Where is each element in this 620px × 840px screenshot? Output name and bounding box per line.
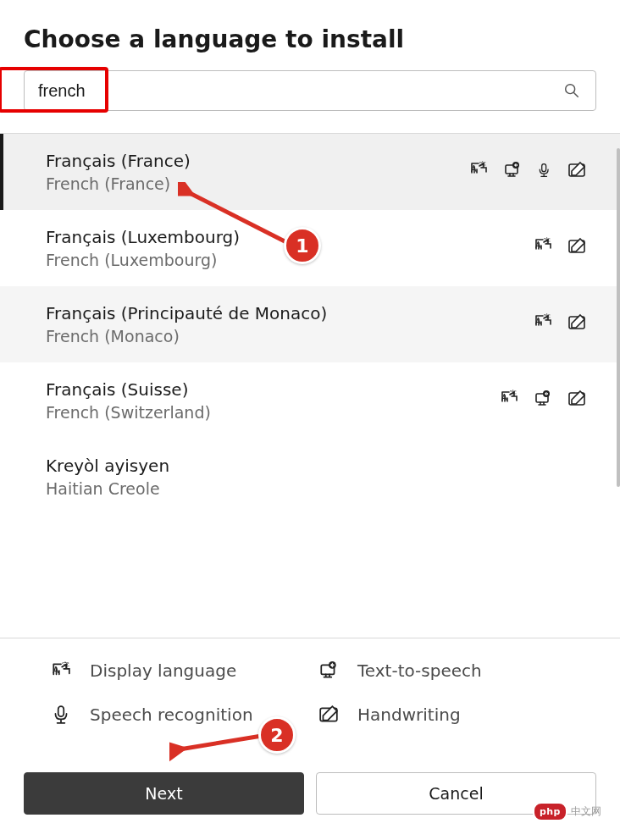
dialog-buttons: Next Cancel — [0, 772, 620, 840]
language-item-text: Français (Suisse)French (Switzerland) — [46, 379, 211, 422]
scrollbar-thumb[interactable] — [617, 148, 620, 487]
annotation-badge-2: 2 — [258, 716, 296, 754]
search-icon — [563, 82, 595, 99]
language-native-name: Kreyòl ayisyen — [46, 456, 169, 476]
speech-recognition-icon — [51, 705, 71, 725]
watermark-pill: php — [533, 802, 567, 821]
next-button[interactable]: Next — [24, 772, 304, 815]
display-language-icon — [534, 237, 552, 259]
language-item-text: Français (Luxembourg)French (Luxembourg) — [46, 227, 240, 269]
language-feature-icons — [469, 161, 586, 183]
handwriting-icon — [567, 390, 586, 412]
legend-handwriting: Handwriting — [318, 705, 569, 725]
text-to-speech-icon — [503, 161, 522, 183]
search-input[interactable] — [25, 71, 563, 110]
legend-display-language: Display language — [51, 660, 302, 681]
language-native-name: Français (Principauté de Monaco) — [46, 303, 327, 323]
handwriting-icon — [567, 161, 586, 183]
language-item-text: Français (Principauté de Monaco)French (… — [46, 303, 327, 345]
legend-label: Display language — [90, 660, 236, 681]
handwriting-icon — [318, 705, 339, 725]
search-wrapper — [0, 70, 620, 133]
display-language-icon — [534, 313, 552, 335]
legend-label: Speech recognition — [90, 705, 253, 725]
language-native-name: Français (Suisse) — [46, 379, 211, 400]
dialog-container: Choose a language to install Français (F… — [0, 0, 620, 840]
language-english-name: French (Switzerland) — [46, 403, 211, 422]
page-title: Choose a language to install — [24, 25, 596, 53]
language-native-name: Français (France) — [46, 151, 191, 171]
language-english-name: French (France) — [46, 174, 191, 193]
language-list[interactable]: Français (France)French (France)Français… — [0, 134, 620, 638]
display-language-icon — [500, 390, 518, 412]
display-language-icon — [51, 660, 71, 681]
language-english-name: French (Monaco) — [46, 327, 327, 345]
language-item-text: Kreyòl ayisyenHaitian Creole — [46, 456, 169, 498]
language-item[interactable]: Français (Principauté de Monaco)French (… — [0, 286, 620, 362]
legend-label: Text-to-speech — [357, 660, 482, 681]
search-box[interactable] — [24, 70, 596, 111]
language-item[interactable]: Français (France)French (France) — [0, 134, 620, 210]
display-language-icon — [469, 161, 488, 183]
handwriting-icon — [567, 313, 586, 335]
language-native-name: Français (Luxembourg) — [46, 227, 240, 247]
language-feature-icons — [500, 390, 586, 412]
text-to-speech-icon — [534, 390, 552, 412]
dialog-header: Choose a language to install — [0, 0, 620, 70]
language-english-name: French (Luxembourg) — [46, 251, 240, 269]
language-item[interactable]: Français (Suisse)French (Switzerland) — [0, 362, 620, 439]
language-feature-icons — [534, 237, 586, 259]
annotation-badge-1: 1 — [284, 227, 321, 264]
text-to-speech-icon — [318, 660, 339, 681]
legend-text-to-speech: Text-to-speech — [318, 660, 569, 681]
language-item[interactable]: Kreyòl ayisyenHaitian Creole — [0, 439, 620, 515]
language-feature-icons — [534, 313, 586, 335]
legend-label: Handwriting — [357, 705, 461, 725]
watermark-text: 中文网 — [571, 804, 601, 819]
watermark-logo: php 中文网 — [533, 802, 601, 821]
handwriting-icon — [567, 237, 586, 259]
feature-legend: Display language Text-to-speech Speech r… — [0, 638, 620, 747]
language-english-name: Haitian Creole — [46, 479, 169, 498]
speech-recognition-icon — [537, 161, 552, 183]
language-item-text: Français (France)French (France) — [46, 151, 191, 193]
